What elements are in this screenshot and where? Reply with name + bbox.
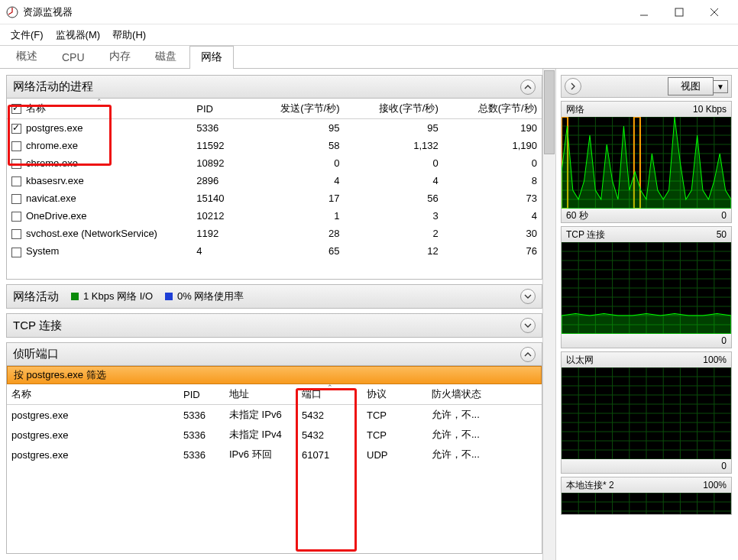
- panel-activity: 网络活动 1 Kbps 网络 I/O 0% 网络使用率: [6, 284, 542, 309]
- table-row[interactable]: svchost.exe (NetworkService)119228230: [7, 225, 542, 242]
- chart-net-title: 网络: [566, 103, 584, 116]
- lcol-port[interactable]: 端口: [302, 388, 322, 400]
- chart-net-footL: 60 秒: [566, 209, 588, 222]
- collapse-icon[interactable]: [520, 79, 536, 95]
- menu-bar: 文件(F) 监视器(M) 帮助(H): [0, 24, 738, 46]
- col-recv[interactable]: 接收(字节/秒): [345, 99, 443, 119]
- panel-processes-title: 网络活动的进程: [13, 79, 93, 94]
- minimize-button[interactable]: [626, 0, 662, 24]
- check-all[interactable]: [11, 104, 21, 114]
- expand-icon[interactable]: [520, 289, 536, 304]
- row-checkbox[interactable]: [11, 141, 21, 151]
- tab-cpu[interactable]: CPU: [50, 47, 96, 68]
- filter-label: 按 postgres.exe 筛选: [14, 368, 106, 382]
- chart-eth-max: 100%: [703, 354, 727, 365]
- tab-overview[interactable]: 概述: [5, 45, 49, 68]
- view-dropdown[interactable]: 视图 ▼: [668, 77, 728, 95]
- tab-bar: 概述 CPU 内存 磁盘 网络: [0, 46, 738, 69]
- panel-tcp: TCP 连接: [6, 313, 542, 338]
- chart-eth-canvas: [562, 367, 731, 459]
- chart-lan-canvas: [562, 493, 731, 514]
- table-row[interactable]: navicat.exe15140175673: [7, 189, 542, 207]
- right-toolbar: 视图 ▼: [561, 75, 732, 98]
- main-scrollbar[interactable]: [542, 69, 556, 560]
- scrollbar-thumb[interactable]: [544, 70, 555, 154]
- content-area: 网络活动的进程 名称⌃ PID 发送(字节/秒) 接收(字节/秒) 总数(字节/…: [0, 69, 738, 560]
- table-row[interactable]: postgres.exe5336未指定 IPv45432TCP允许，不...: [7, 425, 542, 445]
- maximize-button[interactable]: [662, 0, 697, 24]
- right-column: 视图 ▼ 网络 10 Kbps: [556, 69, 738, 560]
- chart-eth: 以太网 100% 0: [561, 351, 732, 474]
- panel-tcp-title: TCP 连接: [13, 319, 62, 333]
- view-button-label[interactable]: 视图: [668, 77, 714, 95]
- chart-net-footR: 0: [721, 210, 727, 221]
- processes-table-wrap: 名称⌃ PID 发送(字节/秒) 接收(字节/秒) 总数(字节/秒) postg…: [7, 99, 542, 279]
- row-checkbox[interactable]: [11, 194, 21, 204]
- lcol-addr[interactable]: 地址: [225, 384, 297, 405]
- window-title: 资源监视器: [23, 5, 626, 19]
- tab-network[interactable]: 网络: [189, 46, 234, 69]
- col-name[interactable]: 名称: [26, 102, 46, 114]
- table-row[interactable]: postgres.exe53369595190: [7, 119, 542, 138]
- chart-net-canvas: [562, 117, 731, 209]
- filter-bar: 按 postgres.exe 筛选: [7, 366, 542, 384]
- table-row[interactable]: chrome.exe10892000: [7, 154, 542, 172]
- row-checkbox[interactable]: [11, 159, 21, 169]
- panel-processes: 网络活动的进程 名称⌃ PID 发送(字节/秒) 接收(字节/秒) 总数(字节/…: [6, 75, 542, 280]
- table-row[interactable]: postgres.exe5336IPv6 环回61071UDP允许，不...: [7, 445, 542, 465]
- table-row[interactable]: OneDrive.exe10212134: [7, 207, 542, 225]
- table-row[interactable]: chrome.exe11592581,1321,190: [7, 137, 542, 154]
- panel-activity-header[interactable]: 网络活动 1 Kbps 网络 I/O 0% 网络使用率: [7, 285, 542, 308]
- col-send[interactable]: 发送(字节/秒): [250, 99, 345, 119]
- panel-tcp-header[interactable]: TCP 连接: [7, 314, 542, 337]
- col-pid[interactable]: PID: [192, 99, 249, 119]
- chart-eth-title: 以太网: [566, 354, 594, 367]
- tab-memory[interactable]: 内存: [98, 45, 142, 68]
- main-column: 网络活动的进程 名称⌃ PID 发送(字节/秒) 接收(字节/秒) 总数(字节/…: [0, 69, 542, 560]
- row-checkbox[interactable]: [11, 124, 21, 134]
- menu-monitor[interactable]: 监视器(M): [50, 25, 107, 45]
- legend2-swatch: [165, 293, 173, 300]
- listen-table: 名称 PID 地址 端口⌃ 协议 防火墙状态 postgres.exe5336未…: [7, 384, 542, 465]
- expand-icon[interactable]: [520, 318, 536, 333]
- lcol-pid[interactable]: PID: [179, 384, 225, 405]
- chart-tcp-title: TCP 连接: [566, 228, 605, 241]
- row-checkbox[interactable]: [11, 248, 21, 257]
- row-checkbox[interactable]: [11, 176, 21, 186]
- dropdown-arrow-icon[interactable]: ▼: [714, 80, 728, 93]
- row-checkbox[interactable]: [11, 229, 21, 239]
- lcol-name[interactable]: 名称: [7, 384, 179, 405]
- col-total[interactable]: 总数(字节/秒): [443, 99, 542, 119]
- nav-right-button[interactable]: [565, 78, 581, 95]
- legend1-label: 1 Kbps 网络 I/O: [83, 290, 153, 303]
- menu-file[interactable]: 文件(F): [5, 25, 50, 45]
- sort-icon: ⌃: [327, 384, 333, 391]
- chart-lan-title: 本地连接* 2: [566, 479, 614, 492]
- legend2-label: 0% 网络使用率: [177, 290, 244, 303]
- chart-tcp: TCP 连接 50 0: [561, 226, 732, 348]
- chart-tcp-max: 50: [717, 229, 727, 240]
- lcol-proto[interactable]: 协议: [362, 384, 427, 405]
- tab-disk[interactable]: 磁盘: [144, 45, 188, 68]
- chart-tcp-footR: 0: [721, 335, 727, 346]
- row-checkbox[interactable]: [11, 212, 21, 222]
- close-button[interactable]: [697, 0, 732, 24]
- lcol-fw[interactable]: 防火墙状态: [427, 384, 542, 405]
- table-row[interactable]: System4651276: [7, 242, 542, 260]
- panel-activity-title: 网络活动: [13, 290, 59, 304]
- chart-net-max: 10 Kbps: [693, 104, 727, 115]
- collapse-icon[interactable]: [520, 347, 536, 362]
- processes-table: 名称⌃ PID 发送(字节/秒) 接收(字节/秒) 总数(字节/秒) postg…: [7, 99, 542, 261]
- table-row[interactable]: kbasesrv.exe2896448: [7, 172, 542, 189]
- panel-processes-header[interactable]: 网络活动的进程: [7, 76, 542, 99]
- chart-eth-footR: 0: [721, 461, 727, 471]
- listen-table-wrap: 名称 PID 地址 端口⌃ 协议 防火墙状态 postgres.exe5336未…: [7, 384, 542, 553]
- menu-help[interactable]: 帮助(H): [106, 25, 152, 45]
- svg-rect-2: [675, 8, 683, 16]
- panel-listen: 侦听端口 按 postgres.exe 筛选 名称 PID 地址 端口⌃ 协议: [6, 342, 542, 554]
- panel-listen-header[interactable]: 侦听端口: [7, 343, 542, 366]
- legend1-swatch: [71, 293, 79, 300]
- table-row[interactable]: postgres.exe5336未指定 IPv65432TCP允许，不...: [7, 405, 542, 426]
- sort-icon: ⌃: [96, 99, 102, 105]
- chart-lan-max: 100%: [703, 480, 727, 490]
